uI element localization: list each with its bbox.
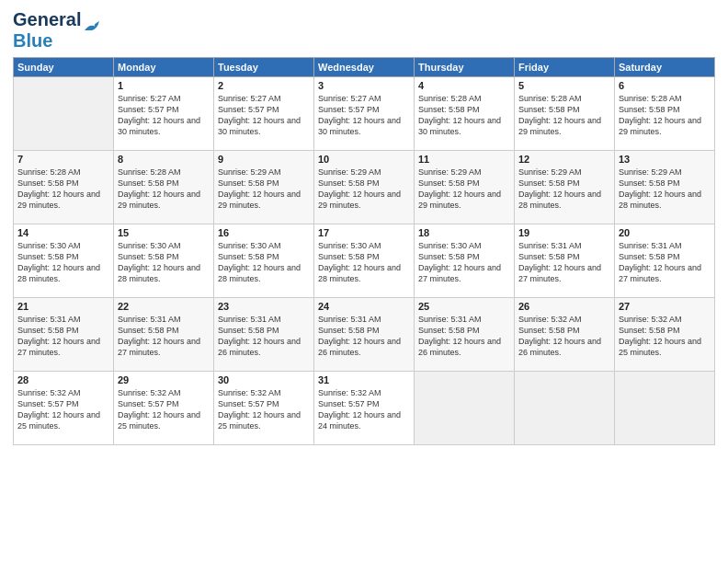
weekday-header-tuesday: Tuesday xyxy=(214,58,314,77)
day-number: 3 xyxy=(318,80,410,91)
day-info: Sunrise: 5:29 AMSunset: 5:58 PMDaylight:… xyxy=(218,167,310,212)
day-info: Sunrise: 5:30 AMSunset: 5:58 PMDaylight:… xyxy=(17,240,109,285)
day-info: Sunrise: 5:32 AMSunset: 5:57 PMDaylight:… xyxy=(218,387,310,432)
calendar-cell: 11Sunrise: 5:29 AMSunset: 5:58 PMDayligh… xyxy=(415,151,515,224)
day-info: Sunrise: 5:32 AMSunset: 5:57 PMDaylight:… xyxy=(318,387,410,432)
day-number: 25 xyxy=(418,301,510,312)
calendar-cell: 12Sunrise: 5:29 AMSunset: 5:58 PMDayligh… xyxy=(515,151,615,224)
weekday-header-friday: Friday xyxy=(515,58,615,77)
day-number: 5 xyxy=(518,80,610,91)
day-info: Sunrise: 5:31 AMSunset: 5:58 PMDaylight:… xyxy=(518,240,610,285)
calendar-cell: 24Sunrise: 5:31 AMSunset: 5:58 PMDayligh… xyxy=(314,298,415,372)
header: GeneralBlue xyxy=(13,9,715,52)
calendar-cell: 8Sunrise: 5:28 AMSunset: 5:58 PMDaylight… xyxy=(114,151,214,224)
calendar-cell: 31Sunrise: 5:32 AMSunset: 5:57 PMDayligh… xyxy=(314,372,415,445)
calendar-cell: 7Sunrise: 5:28 AMSunset: 5:58 PMDaylight… xyxy=(14,151,114,224)
calendar-cell: 25Sunrise: 5:31 AMSunset: 5:58 PMDayligh… xyxy=(415,298,515,372)
day-number: 7 xyxy=(17,154,109,165)
day-number: 19 xyxy=(518,227,610,238)
day-number: 11 xyxy=(418,154,510,165)
calendar-cell xyxy=(615,372,715,445)
day-info: Sunrise: 5:31 AMSunset: 5:58 PMDaylight:… xyxy=(619,240,711,285)
calendar-cell xyxy=(415,372,515,445)
calendar-cell: 15Sunrise: 5:30 AMSunset: 5:58 PMDayligh… xyxy=(114,224,214,298)
calendar-cell: 5Sunrise: 5:28 AMSunset: 5:58 PMDaylight… xyxy=(515,77,615,151)
week-row-1: 1Sunrise: 5:27 AMSunset: 5:57 PMDaylight… xyxy=(14,77,715,151)
calendar-cell: 13Sunrise: 5:29 AMSunset: 5:58 PMDayligh… xyxy=(615,151,715,224)
day-info: Sunrise: 5:27 AMSunset: 5:57 PMDaylight:… xyxy=(218,93,310,138)
day-number: 9 xyxy=(218,154,310,165)
calendar-cell: 28Sunrise: 5:32 AMSunset: 5:57 PMDayligh… xyxy=(14,372,114,445)
weekday-header-sunday: Sunday xyxy=(14,58,114,77)
weekday-header-monday: Monday xyxy=(114,58,214,77)
weekday-header-row: SundayMondayTuesdayWednesdayThursdayFrid… xyxy=(14,58,715,77)
day-info: Sunrise: 5:29 AMSunset: 5:58 PMDaylight:… xyxy=(318,167,410,212)
day-info: Sunrise: 5:30 AMSunset: 5:58 PMDaylight:… xyxy=(218,240,310,285)
day-number: 15 xyxy=(118,227,210,238)
calendar-cell: 21Sunrise: 5:31 AMSunset: 5:58 PMDayligh… xyxy=(14,298,114,372)
day-number: 28 xyxy=(17,374,109,385)
calendar-cell: 30Sunrise: 5:32 AMSunset: 5:57 PMDayligh… xyxy=(214,372,314,445)
day-number: 22 xyxy=(118,301,210,312)
day-info: Sunrise: 5:31 AMSunset: 5:58 PMDaylight:… xyxy=(318,314,410,359)
day-number: 23 xyxy=(218,301,310,312)
logo-text: GeneralBlue xyxy=(13,9,81,52)
weekday-header-thursday: Thursday xyxy=(415,58,515,77)
day-number: 30 xyxy=(218,374,310,385)
calendar-cell: 1Sunrise: 5:27 AMSunset: 5:57 PMDaylight… xyxy=(114,77,214,151)
day-info: Sunrise: 5:30 AMSunset: 5:58 PMDaylight:… xyxy=(318,240,410,285)
day-number: 27 xyxy=(619,301,711,312)
day-number: 2 xyxy=(218,80,310,91)
calendar-cell: 22Sunrise: 5:31 AMSunset: 5:58 PMDayligh… xyxy=(114,298,214,372)
day-number: 24 xyxy=(318,301,410,312)
calendar-cell: 6Sunrise: 5:28 AMSunset: 5:58 PMDaylight… xyxy=(615,77,715,151)
day-info: Sunrise: 5:31 AMSunset: 5:58 PMDaylight:… xyxy=(218,314,310,359)
calendar-cell: 16Sunrise: 5:30 AMSunset: 5:58 PMDayligh… xyxy=(214,224,314,298)
day-number: 21 xyxy=(17,301,109,312)
calendar-cell: 3Sunrise: 5:27 AMSunset: 5:57 PMDaylight… xyxy=(314,77,415,151)
calendar-cell: 18Sunrise: 5:30 AMSunset: 5:58 PMDayligh… xyxy=(415,224,515,298)
day-number: 18 xyxy=(418,227,510,238)
day-info: Sunrise: 5:28 AMSunset: 5:58 PMDaylight:… xyxy=(619,93,711,138)
calendar-cell: 4Sunrise: 5:28 AMSunset: 5:58 PMDaylight… xyxy=(415,77,515,151)
calendar-cell: 9Sunrise: 5:29 AMSunset: 5:58 PMDaylight… xyxy=(214,151,314,224)
day-info: Sunrise: 5:32 AMSunset: 5:57 PMDaylight:… xyxy=(118,387,210,432)
day-info: Sunrise: 5:30 AMSunset: 5:58 PMDaylight:… xyxy=(118,240,210,285)
calendar-cell: 26Sunrise: 5:32 AMSunset: 5:58 PMDayligh… xyxy=(515,298,615,372)
week-row-2: 7Sunrise: 5:28 AMSunset: 5:58 PMDaylight… xyxy=(14,151,715,224)
calendar-cell: 17Sunrise: 5:30 AMSunset: 5:58 PMDayligh… xyxy=(314,224,415,298)
week-row-5: 28Sunrise: 5:32 AMSunset: 5:57 PMDayligh… xyxy=(14,372,715,445)
day-number: 12 xyxy=(518,154,610,165)
day-number: 13 xyxy=(619,154,711,165)
calendar-table: SundayMondayTuesdayWednesdayThursdayFrid… xyxy=(13,57,715,445)
week-row-3: 14Sunrise: 5:30 AMSunset: 5:58 PMDayligh… xyxy=(14,224,715,298)
day-info: Sunrise: 5:32 AMSunset: 5:58 PMDaylight:… xyxy=(619,314,711,359)
day-number: 16 xyxy=(218,227,310,238)
day-number: 4 xyxy=(418,80,510,91)
calendar-cell: 19Sunrise: 5:31 AMSunset: 5:58 PMDayligh… xyxy=(515,224,615,298)
day-info: Sunrise: 5:32 AMSunset: 5:58 PMDaylight:… xyxy=(518,314,610,359)
day-number: 20 xyxy=(619,227,711,238)
calendar-cell: 2Sunrise: 5:27 AMSunset: 5:57 PMDaylight… xyxy=(214,77,314,151)
calendar-cell: 27Sunrise: 5:32 AMSunset: 5:58 PMDayligh… xyxy=(615,298,715,372)
day-number: 26 xyxy=(518,301,610,312)
day-number: 10 xyxy=(318,154,410,165)
bird-icon xyxy=(83,19,105,41)
day-info: Sunrise: 5:27 AMSunset: 5:57 PMDaylight:… xyxy=(318,93,410,138)
day-number: 17 xyxy=(318,227,410,238)
day-number: 31 xyxy=(318,374,410,385)
calendar-cell: 29Sunrise: 5:32 AMSunset: 5:57 PMDayligh… xyxy=(114,372,214,445)
calendar-cell: 20Sunrise: 5:31 AMSunset: 5:58 PMDayligh… xyxy=(615,224,715,298)
day-info: Sunrise: 5:28 AMSunset: 5:58 PMDaylight:… xyxy=(17,167,109,212)
day-info: Sunrise: 5:29 AMSunset: 5:58 PMDaylight:… xyxy=(518,167,610,212)
page-container: GeneralBlue SundayMondayTuesdayWednesday… xyxy=(0,0,728,454)
day-info: Sunrise: 5:31 AMSunset: 5:58 PMDaylight:… xyxy=(418,314,510,359)
day-number: 14 xyxy=(17,227,109,238)
day-info: Sunrise: 5:32 AMSunset: 5:57 PMDaylight:… xyxy=(17,387,109,432)
calendar-cell: 23Sunrise: 5:31 AMSunset: 5:58 PMDayligh… xyxy=(214,298,314,372)
weekday-header-saturday: Saturday xyxy=(615,58,715,77)
day-info: Sunrise: 5:28 AMSunset: 5:58 PMDaylight:… xyxy=(118,167,210,212)
day-info: Sunrise: 5:27 AMSunset: 5:57 PMDaylight:… xyxy=(118,93,210,138)
day-info: Sunrise: 5:31 AMSunset: 5:58 PMDaylight:… xyxy=(17,314,109,359)
calendar-cell xyxy=(14,77,114,151)
